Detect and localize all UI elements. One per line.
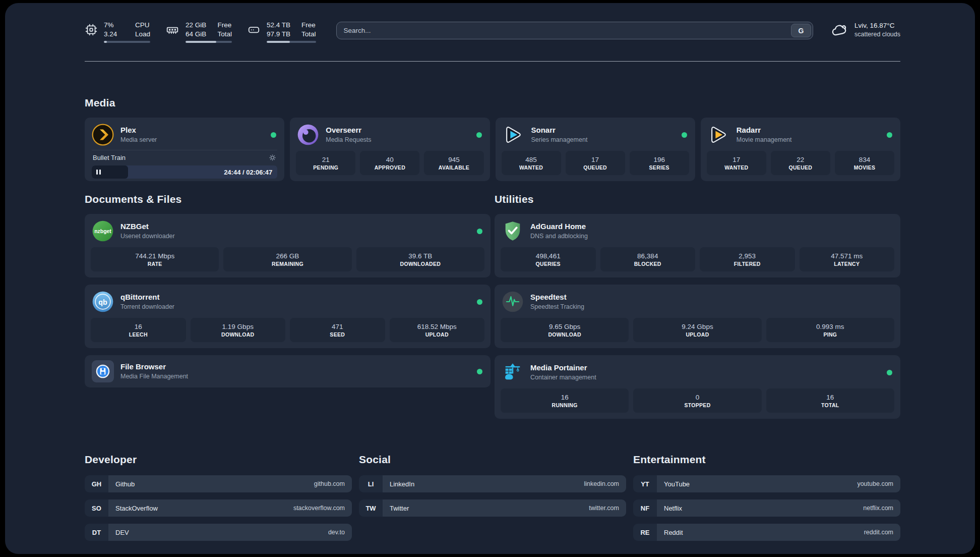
stat-tile: 744.21 Mbps RATE [91,247,219,271]
storage-free-value: 52.4 TB [267,21,290,30]
search-provider-button[interactable]: G [791,24,811,37]
status-dot [887,370,892,375]
app-card-sonarr[interactable]: Sonarr Series management 485 WANTED 17 Q… [496,118,695,181]
playback-time: 24:44 / 02:06:47 [224,169,272,176]
section-title-media: Media [85,97,900,109]
stat-tile: 196 SERIES [630,151,689,175]
app-card-nzbget[interactable]: nzbget NZBGet Usenet downloader 744.21 M… [85,214,491,277]
metric-cpu: 7% 3.24 CPU Load [85,21,150,43]
stat-tile: 266 GB REMAINING [223,247,351,271]
memory-icon [165,23,179,36]
bookmark-abbr: DT [85,524,108,541]
stat-tile: 16 TOTAL [766,388,894,413]
session-settings-icon[interactable] [269,154,276,161]
app-name: Sonarr [531,125,588,135]
bookmark-github[interactable]: GH Github github.com [85,475,352,492]
bookmark-stackoverflow[interactable]: SO StackOverflow stackoverflow.com [85,499,352,517]
bookmark-name: StackOverflow [115,505,158,512]
bookmark-linkedin[interactable]: LI LinkedIn linkedin.com [359,475,626,492]
status-dot [271,132,276,138]
stat-tile: 21 PENDING [296,151,355,175]
bookmark-url: youtube.com [857,480,893,487]
stat-tile: 945 AVAILABLE [424,151,483,175]
app-card-qbittorrent[interactable]: qb qBittorrent Torrent downloader 16 LEE… [85,285,491,348]
bookmark-dev[interactable]: DT DEV dev.to [85,524,352,541]
system-metrics: 7% 3.24 CPU Load [85,21,316,43]
bookmark-url: dev.to [328,529,345,536]
bookmark-url: stackoverflow.com [293,505,345,512]
status-dot [477,299,482,305]
memory-total-value: 64 GiB [186,30,206,39]
app-description: Speedtest Tracking [530,303,584,311]
bookmark-reddit[interactable]: RE Reddit reddit.com [633,524,900,541]
app-card-speedtest[interactable]: Speedtest Speedtest Tracking 9.65 Gbps D… [495,285,900,348]
bookmark-name: Twitter [390,505,409,512]
app-description: Container management [530,373,596,382]
cpu-load-value: 3.24 [104,30,117,39]
section-title-entertainment: Entertainment [633,454,900,466]
app-card-radarr[interactable]: Radarr Movie management 17 WANTED 22 QUE… [701,118,900,181]
speedtest-icon [502,291,524,313]
bookmark-name: Netflix [664,505,682,512]
status-dot [477,369,482,374]
bookmark-url: linkedin.com [584,480,619,487]
bookmark-column-entertainment: Entertainment YT YouTube youtube.com NF … [633,454,900,548]
stat-tile: 1.19 Gbps DOWNLOAD [191,318,286,342]
weather-location-temp: Lviv, 16.87°C [854,21,900,30]
bookmark-abbr: LI [359,475,383,492]
stat-tile: 618.52 Mbps UPLOAD [390,318,485,342]
bookmark-url: github.com [314,480,345,487]
plex-now-playing: Bullet Train 24:44 / 02:06:47 [85,150,284,185]
app-description: Media server [120,136,157,144]
search-input[interactable] [337,27,791,34]
memory-free-label: Free [217,21,232,30]
app-description: Usenet downloader [120,232,175,241]
storage-total-label: Total [301,30,316,39]
app-name: Overseerr [326,125,371,135]
status-dot [682,132,687,138]
stat-tile: 16 RUNNING [501,388,629,413]
stat-tile: 0.993 ms PING [766,318,894,342]
sonarr-icon [503,124,525,146]
cpu-usage-value: 7% [104,21,117,30]
app-card-plex[interactable]: Plex Media server Bullet Train [85,118,284,181]
stat-tile: 47.571 ms LATENCY [800,247,895,271]
bookmark-netflix[interactable]: NF Netflix netflix.com [633,499,900,517]
app-card-filebrowser[interactable]: File Browser Media File Management [85,355,491,387]
app-name: Speedtest [530,292,584,302]
bookmark-name: YouTube [664,480,690,488]
bookmark-youtube[interactable]: YT YouTube youtube.com [633,475,900,492]
bookmark-twitter[interactable]: TW Twitter twitter.com [359,499,626,517]
stat-tile: 22 QUEUED [771,151,830,175]
app-description: Series management [531,136,588,144]
overseerr-icon [297,124,319,146]
cpu-usage-label: CPU [135,21,150,30]
stat-tile: 834 MOVIES [835,151,894,175]
app-card-overseerr[interactable]: Overseerr Media Requests 21 PENDING 40 A… [290,118,489,181]
bookmark-name: LinkedIn [390,480,414,488]
cpu-load-label: Load [135,30,150,39]
svg-text:qb: qb [98,298,107,306]
app-card-adguard[interactable]: AdGuard Home DNS and adblocking 498,461 … [495,214,900,277]
dashboard-frame: 7% 3.24 CPU Load [5,3,975,554]
app-name: File Browser [120,362,188,372]
app-name: Media Portainer [530,363,596,373]
bookmark-name: DEV [115,529,129,536]
stat-tile: 39.6 TB DOWNLOADED [356,247,484,271]
stat-tile: 9.24 Gbps UPLOAD [633,318,761,342]
bookmark-column-social: Social LI LinkedIn linkedin.com TW Twitt… [359,454,626,548]
playback-progress-bar[interactable]: 24:44 / 02:06:47 [92,165,277,179]
bookmarks: Developer GH Github github.com SO StackO… [85,454,900,548]
portainer-icon [502,361,524,383]
metric-memory: 22 GiB 64 GiB Free Total [165,21,232,43]
app-card-portainer[interactable]: Media Portainer Container management 16 … [495,355,900,419]
bookmark-name: Reddit [664,529,683,536]
bookmark-url: twitter.com [589,505,619,512]
status-dot [887,132,892,138]
app-description: DNS and adblocking [530,232,588,241]
app-name: Radarr [737,125,792,135]
memory-total-label: Total [217,30,232,39]
app-description: Media File Management [120,372,188,381]
pause-icon[interactable] [96,170,101,175]
header: 7% 3.24 CPU Load [85,21,900,42]
